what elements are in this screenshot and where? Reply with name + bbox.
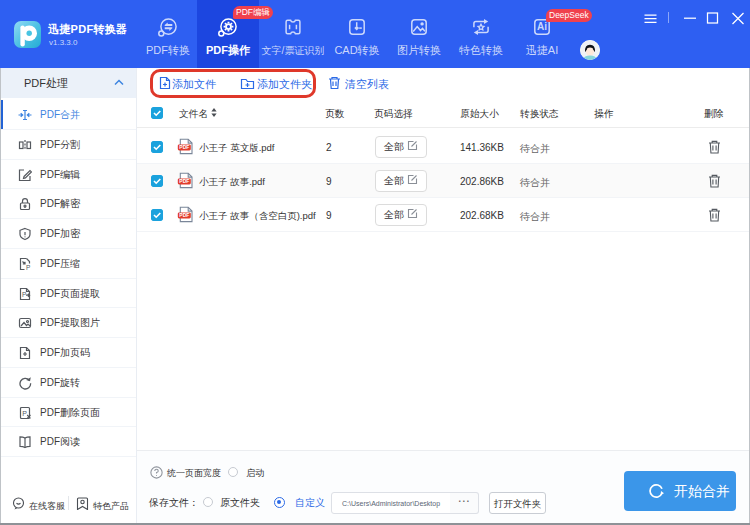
svg-text:Ai: Ai [537,21,547,32]
svg-text:PDF: PDF [179,144,189,150]
svg-text:P: P [22,409,27,416]
svg-text:PDF: PDF [179,212,189,218]
svg-text:P: P [22,291,26,298]
svg-text:PDF: PDF [179,178,189,184]
svg-text:P: P [26,263,30,270]
